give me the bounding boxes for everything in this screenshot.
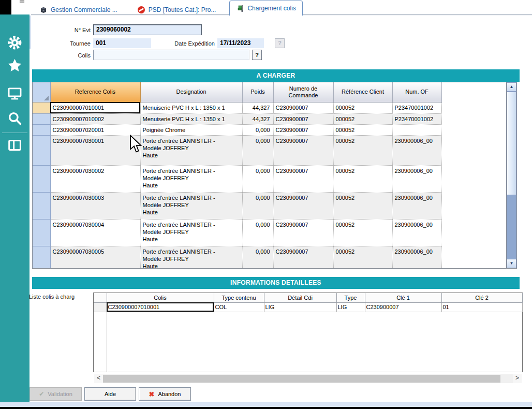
cell-ref[interactable]: C230900007030004 [50, 219, 140, 246]
cell-of[interactable]: P23470001002 [392, 113, 441, 124]
cell-poids[interactable]: 44,327 [242, 113, 273, 124]
scroll-right-button[interactable]: > [513, 374, 522, 383]
cell-commande[interactable]: C230900007 [273, 102, 333, 113]
column-header[interactable]: Designation [140, 82, 242, 102]
columns-icon[interactable] [7, 138, 22, 153]
cell-designation[interactable]: Poignée Chrome [140, 124, 242, 135]
cell-ref[interactable]: C230900007010002 [50, 113, 140, 124]
scroll-left-button[interactable]: < [94, 374, 103, 383]
cell-ref[interactable]: C230900007030001 [50, 135, 140, 165]
cell-poids[interactable]: 0,000 [242, 192, 273, 219]
tab-gestion-commerciale[interactable]: Gestion Commerciale ... [33, 4, 124, 16]
cell-designation[interactable]: Porte d'entrée LANNISTER - Modèle JOFFRE… [140, 192, 242, 219]
cell-detail_cdi[interactable]: LIG [264, 302, 336, 312]
cell-client[interactable]: 000052 [333, 113, 392, 124]
cell-poids[interactable]: 44,327 [242, 102, 273, 113]
column-header[interactable]: Référence Client [333, 82, 392, 102]
row-selector[interactable] [33, 124, 50, 135]
cell-ref[interactable]: C230900007030003 [50, 192, 140, 219]
column-header[interactable]: Type [336, 293, 365, 302]
cell-poids[interactable]: 0,000 [242, 135, 273, 165]
column-header[interactable]: Numero de Commande [273, 82, 333, 102]
scroll-down-button[interactable]: ▼ [507, 259, 516, 268]
cell-ref[interactable]: C230900007010001 [50, 102, 140, 113]
cell-commande[interactable]: C230900007 [273, 219, 333, 246]
column-header[interactable]: Détail Cdi [264, 293, 336, 302]
cell-designation[interactable]: Porte d'entrée LANNISTER - Modèle JOFFRE… [140, 135, 242, 165]
row-selector[interactable] [33, 113, 50, 124]
cell-client[interactable]: 000052 [333, 192, 392, 219]
tab-psd[interactable]: PSD [Toutes Cat.]: Pro... [131, 4, 223, 16]
cell-of[interactable]: 230900006_00 [392, 135, 441, 165]
row-selector[interactable] [33, 192, 50, 219]
cell-designation[interactable]: Menuiserie PVC H x L : 1350 x 1 [140, 102, 242, 113]
cell-colis[interactable]: C230900007010001 [107, 302, 214, 312]
column-header[interactable]: Colis [107, 293, 214, 302]
cell-of[interactable]: 230900006_00 [392, 246, 441, 269]
cell-commande[interactable]: C230900007 [273, 135, 333, 165]
cell-ref[interactable]: C230900007030002 [50, 165, 140, 192]
cell-type[interactable]: LIG [336, 302, 365, 312]
cell-type_contenu[interactable]: COL [214, 302, 264, 312]
column-header[interactable]: Num. OF [392, 82, 441, 102]
cell-client[interactable]: 000052 [333, 246, 392, 269]
cell-cle2[interactable]: 01 [441, 302, 522, 312]
row-selector[interactable] [33, 246, 50, 269]
cell-client[interactable]: 000052 [333, 219, 392, 246]
gear-icon[interactable] [7, 35, 22, 50]
vertical-scrollbar[interactable]: ▲ ▼ [506, 82, 516, 268]
cell-of[interactable]: 230900006_00 [392, 192, 441, 219]
column-header[interactable]: Type contenu [214, 293, 264, 302]
cell-client[interactable]: 000052 [333, 102, 392, 113]
cell-commande[interactable]: C230900007 [273, 113, 333, 124]
cell-ref[interactable]: C230900007030005 [50, 246, 140, 269]
scrollbar-thumb[interactable] [507, 92, 516, 195]
column-header[interactable]: Clé 1 [365, 293, 441, 302]
cell-poids[interactable]: 0,000 [242, 165, 273, 192]
nevt-field[interactable]: 2309060002 [93, 24, 202, 35]
column-header[interactable]: Clé 2 [441, 293, 522, 302]
row-selector[interactable] [33, 102, 50, 113]
star-icon[interactable] [7, 58, 22, 73]
cell-of[interactable]: 230900006_00 [392, 219, 441, 246]
cell-client[interactable]: 000052 [333, 165, 392, 192]
column-header[interactable]: Reference Colis [50, 82, 140, 102]
date-expedition-field[interactable]: 17/11/2023 [217, 38, 264, 48]
cell-commande[interactable]: C230900007 [273, 165, 333, 192]
cell-client[interactable]: 000052 [333, 135, 392, 165]
search-icon[interactable] [7, 111, 22, 126]
colis-field[interactable] [93, 50, 249, 60]
cell-commande[interactable]: C230900007 [273, 192, 333, 219]
cell-designation[interactable]: Porte d'entrée LANNISTER - Modèle JOFFRE… [140, 165, 242, 192]
row-selector[interactable] [33, 219, 50, 246]
colis-help-button[interactable]: ? [252, 50, 262, 60]
cell-cle1[interactable]: C230900007 [365, 302, 441, 312]
row-selector[interactable] [33, 165, 50, 192]
tournee-field[interactable]: 001 [93, 38, 151, 48]
corner-select-all[interactable] [33, 82, 50, 102]
cell-ref[interactable]: C230900007020001 [50, 124, 140, 135]
cell-poids[interactable]: 0,000 [242, 246, 273, 269]
aide-button[interactable]: Aide [84, 387, 136, 401]
cell-of[interactable] [392, 124, 441, 135]
abandon-button[interactable]: ✖ Abandon [139, 387, 191, 401]
column-header[interactable]: Poids [242, 82, 273, 102]
cell-designation[interactable]: Porte d'entrée LANNISTER - Modèle JOFFRE… [140, 219, 242, 246]
cell-designation[interactable]: Menuiserie PVC H x L : 1350 x 1 [140, 113, 242, 124]
cell-designation[interactable]: Porte d'entrée LANNISTER - Modèle JOFFRE… [140, 246, 242, 269]
row-selector[interactable] [33, 135, 50, 165]
cell-poids[interactable]: 0,000 [242, 219, 273, 246]
cell-client[interactable]: 000052 [333, 124, 392, 135]
tab-chargement-colis[interactable]: Chargement colis [229, 1, 302, 16]
selector-column-line [107, 312, 107, 372]
cell-of[interactable]: 230900006_00 [392, 165, 441, 192]
scroll-up-button[interactable]: ▲ [507, 82, 516, 92]
cell-poids[interactable]: 0,000 [242, 124, 273, 135]
cell-commande[interactable]: C230900007 [273, 246, 333, 269]
row-selector[interactable] [94, 302, 107, 312]
cell-of[interactable]: P23470001002 [392, 102, 441, 113]
scrollbar-thumb[interactable] [103, 375, 500, 383]
horizontal-scrollbar[interactable]: < > [94, 374, 522, 383]
monitor-icon[interactable] [7, 86, 22, 101]
cell-commande[interactable]: C230900007 [273, 124, 333, 135]
